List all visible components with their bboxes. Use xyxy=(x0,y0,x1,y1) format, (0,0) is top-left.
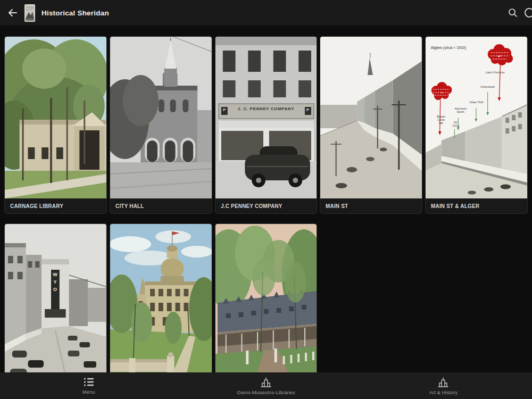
back-icon xyxy=(7,7,18,18)
nav-item-menu[interactable]: Menu xyxy=(0,372,177,399)
landmark-icon xyxy=(437,377,449,387)
search-icon[interactable] xyxy=(508,7,518,20)
gallery-card-carnage-library[interactable]: CARNAGE LIBRARY xyxy=(4,36,107,214)
topbar-actions xyxy=(495,0,532,26)
nav-item-art-history[interactable]: Art & History xyxy=(355,372,532,399)
photo-inn xyxy=(215,224,317,386)
photo-main-st-alger-annotated: Algiers (circa = 1910) Liam's Furniture … xyxy=(426,37,527,198)
photo-main-st xyxy=(320,37,422,198)
gallery-card-jc-penney[interactable]: P J. C. PENNEY COMPANY P J.C PENNEY COMP… xyxy=(215,36,318,214)
annotation-label: Adventure Sports xyxy=(452,107,469,113)
annotation-label: DC Coins xyxy=(452,121,460,127)
landmark-icon xyxy=(260,377,272,387)
gallery-card-main-st[interactable]: MAIN ST xyxy=(320,36,422,214)
photo-carnage-library xyxy=(5,37,106,198)
bottom-nav-bar: Menu Gems-Museums-Libraries Art & Histor… xyxy=(0,372,532,399)
app-logo xyxy=(24,4,35,22)
nav-label: Menu xyxy=(82,389,95,395)
photo-courthouse xyxy=(110,224,212,386)
nav-label: Art & History xyxy=(429,389,458,395)
photo-title: Algiers (circa = 1910) xyxy=(431,46,466,49)
penney-sign-text: J. C. PENNEY COMPANY xyxy=(238,106,294,111)
nav-item-gems-museums-libraries[interactable]: Gems-Museums-Libraries xyxy=(177,372,354,399)
menu-list-icon xyxy=(84,377,94,387)
wyo-theater-sign-text: WYO xyxy=(52,272,57,294)
gallery-card-city-hall[interactable]: CITY HALL xyxy=(110,36,212,214)
photo-jc-penney: P J. C. PENNEY COMPANY P xyxy=(215,37,317,198)
annotation-label: Beaver Creek Bar xyxy=(436,115,446,124)
penney-sign-logo-left: P xyxy=(223,107,226,112)
photo-city-hall xyxy=(110,37,212,198)
reload-icon[interactable] xyxy=(523,6,532,21)
card-caption: MAIN ST & ALGER xyxy=(426,198,527,213)
annotation-label: Urban Thrift xyxy=(469,101,483,104)
photo-wyo-street: WYO xyxy=(5,224,106,386)
card-caption: CARNAGE LIBRARY xyxy=(5,198,106,213)
penney-sign-logo-right: P xyxy=(306,107,309,112)
nav-label: Gems-Museums-Libraries xyxy=(237,389,295,395)
card-caption: J.C PENNEY COMPANY xyxy=(215,198,317,213)
top-app-bar: Historical Sheridan xyxy=(0,0,532,26)
annotation-label: Cottonwood xyxy=(480,85,495,88)
page-title: Historical Sheridan xyxy=(41,9,109,17)
photo-gallery-grid: CARNAGE LIBRARY xyxy=(0,36,532,399)
card-caption: MAIN ST xyxy=(320,198,422,213)
annotation-label: Liam's Furniture xyxy=(486,71,505,74)
gallery-card-main-st-alger[interactable]: Algiers (circa = 1910) Liam's Furniture … xyxy=(425,36,528,214)
back-button[interactable] xyxy=(7,7,18,18)
card-caption: CITY HALL xyxy=(110,198,212,213)
